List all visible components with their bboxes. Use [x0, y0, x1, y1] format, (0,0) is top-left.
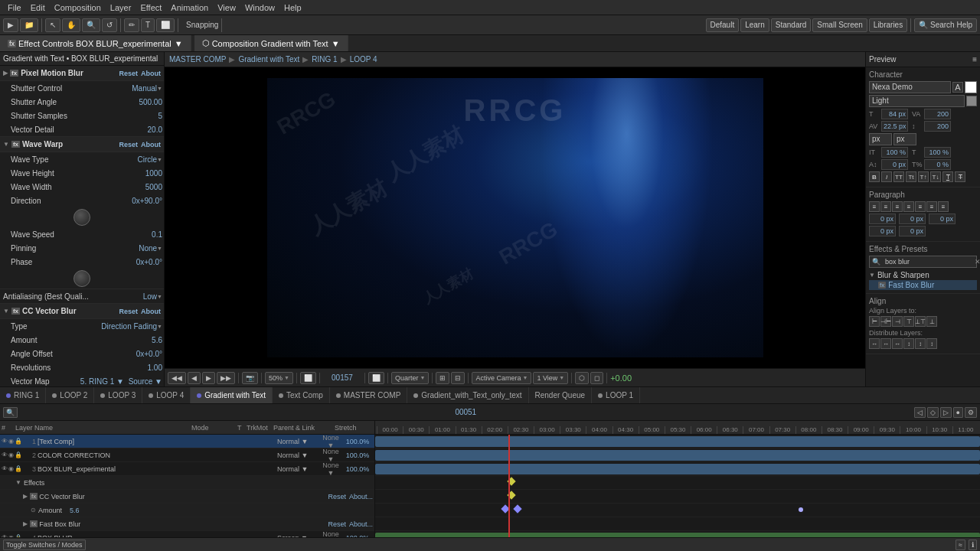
ccvb-amount-value[interactable]: 5.6	[124, 336, 162, 344]
ww-about[interactable]: About	[141, 141, 161, 148]
align-right-btn[interactable]: ≡	[892, 201, 903, 212]
tl-btn-marks2[interactable]: ▷	[940, 407, 952, 418]
menu-layer[interactable]: Layer	[106, 0, 136, 15]
tab-composition[interactable]: ⬡ Composition Gradient with Text ▼	[194, 35, 348, 51]
tl-tab-render-queue[interactable]: Render Queue	[529, 387, 593, 403]
search-help[interactable]: 🔍 Search Help	[914, 18, 977, 32]
workspace-default[interactable]: Default	[706, 18, 740, 32]
toolbar-text[interactable]: T	[141, 18, 155, 32]
layer-2-lock[interactable]: 🔒	[15, 452, 22, 458]
align-center-btn[interactable]: ≡	[880, 201, 891, 212]
align-justify-btn[interactable]: ≡	[903, 201, 914, 212]
dist-top[interactable]: ↕	[903, 338, 914, 349]
align-justify4-btn[interactable]: ≡	[938, 201, 949, 212]
super-btn[interactable]: T↑	[918, 171, 929, 182]
tl-tab-loop2[interactable]: LOOP 2	[46, 387, 94, 403]
layer-2-solo[interactable]: ◉	[8, 452, 14, 458]
baseline-input[interactable]	[881, 159, 908, 170]
effects-search-input[interactable]	[883, 258, 973, 266]
workspace-standard[interactable]: Standard	[771, 18, 812, 32]
ccvb-tl-about[interactable]: About...	[349, 493, 373, 500]
tl-tab-mastercomp[interactable]: MASTER COMP	[330, 387, 407, 403]
align-left-btn[interactable]: ≡	[869, 201, 880, 212]
tracking-input[interactable]	[881, 121, 908, 132]
ww-direction-dial[interactable]	[74, 209, 90, 226]
layer-3-name[interactable]: BOX BLUR_experimental	[38, 465, 277, 473]
tl-tab-loop3[interactable]: LOOP 3	[94, 387, 142, 403]
workspace-libraries[interactable]: Libraries	[869, 18, 907, 32]
italic-btn[interactable]: I	[881, 171, 892, 182]
align-bottom-edge[interactable]: ⊥	[926, 316, 937, 327]
vc-safe-zones[interactable]: ⊟	[451, 372, 465, 384]
layer-3-mode[interactable]: Normal ▼	[277, 465, 319, 473]
ccvb-reset[interactable]: Reset	[119, 308, 138, 315]
menu-help[interactable]: Help	[279, 0, 306, 15]
toolbar-shape[interactable]: ⬜	[156, 18, 175, 32]
tl-btn-solo[interactable]: ●	[953, 407, 963, 418]
stroke-color-swatch[interactable]	[966, 96, 977, 106]
tab-effect-controls[interactable]: fx Effect Controls BOX BLUR_experimental…	[0, 35, 191, 51]
toggle-switches-modes-btn[interactable]: Toggle Switches / Modes	[3, 540, 86, 550]
align-left-edge[interactable]: ⊢	[869, 316, 880, 327]
tl-tab-textcomp[interactable]: Text Comp	[273, 387, 330, 403]
dist-bottom[interactable]: ↕	[926, 338, 937, 349]
toolbar-rotate[interactable]: ↺	[102, 18, 117, 32]
amount-tl-value[interactable]: 5.6	[70, 507, 80, 514]
tl-tab-gradient[interactable]: Gradient with Text	[191, 387, 273, 403]
vc-fast-preview[interactable]: ⬡	[575, 372, 589, 384]
status-graph-editor[interactable]: ≈	[956, 540, 965, 550]
under-btn[interactable]: T̲	[942, 171, 953, 182]
pmb-sa-value[interactable]: 500.00	[124, 98, 162, 106]
tsuki-input[interactable]	[924, 159, 951, 170]
fbb-tl-reset[interactable]: Reset	[328, 520, 346, 528]
workspace-learn[interactable]: Learn	[740, 18, 769, 32]
pmb-about[interactable]: About	[141, 70, 161, 77]
sub-btn[interactable]: T↓	[930, 171, 941, 182]
ccvb-tl-name[interactable]: CC Vector Blur	[39, 493, 85, 500]
ccvb-about[interactable]: About	[141, 308, 161, 315]
toolbar-arrow[interactable]: ↖	[45, 18, 60, 32]
font-style-icon[interactable]: A	[952, 82, 963, 93]
toolbar-pen[interactable]: ✏	[124, 18, 139, 32]
effects-search[interactable]: 🔍 ✕	[869, 256, 977, 268]
pmb-vd-value[interactable]: 20.0	[124, 126, 162, 134]
scale-h-input[interactable]	[881, 147, 908, 158]
breadcrumb-ring1[interactable]: RING 1	[312, 55, 337, 64]
align-justify2-btn[interactable]: ≡	[915, 201, 926, 212]
layer-2-parent[interactable]: None ▼	[319, 448, 342, 463]
bold-btn[interactable]: B	[869, 171, 880, 182]
fbb-tl-name[interactable]: Fast Box Blur	[39, 520, 80, 528]
pmb-ss-value[interactable]: 5	[124, 112, 162, 120]
layer-4-parent[interactable]: None ▼	[319, 530, 342, 538]
status-info[interactable]: ℹ	[969, 540, 977, 550]
para-space-after-input[interactable]	[899, 226, 926, 236]
panel-collapse-btn[interactable]: ≡	[972, 55, 977, 64]
layer-2-mode[interactable]: Normal ▼	[277, 452, 319, 459]
viewport[interactable]: RRCG 人人素材 人人素材 RRCG 人人素材 RRCG	[165, 67, 865, 368]
vc-fit[interactable]: ⬜	[300, 372, 316, 384]
vc-grid[interactable]: ⊞	[436, 372, 449, 384]
layer-3-eye[interactable]: 👁	[2, 465, 8, 472]
ccvb-tl-triangle[interactable]: ▶	[23, 493, 28, 500]
layer-2-eye[interactable]: 👁	[2, 452, 8, 458]
tl-tab-loop4[interactable]: LOOP 4	[142, 387, 191, 403]
vc-snapshot[interactable]: 📷	[242, 372, 258, 384]
toolbar-open[interactable]: 📁	[20, 18, 38, 32]
dist-center-v[interactable]: ↕	[915, 338, 926, 349]
align-right-edge[interactable]: ⊣	[892, 316, 903, 327]
ccvb-type-value[interactable]: Direction Fading	[101, 322, 157, 331]
strike-btn[interactable]: T̶	[955, 171, 965, 182]
tl-btn-keyframe[interactable]: ◇	[927, 407, 939, 418]
menu-animation[interactable]: Animation	[166, 0, 213, 15]
blur-sharpen-group[interactable]: ▼ Blur & Sharpen	[869, 270, 977, 280]
toolbar-zoom-tool[interactable]: 🔍	[82, 18, 100, 32]
ww-reset[interactable]: Reset	[119, 141, 138, 148]
ww-phase-dial[interactable]	[74, 270, 90, 287]
ww-ww-value[interactable]: 5000	[124, 183, 162, 191]
ccvb-vm-source[interactable]: Source ▼	[124, 377, 162, 386]
menu-file[interactable]: File	[3, 0, 26, 15]
tl-tab-gradient-only-text[interactable]: Gradient_with_Text_only_text	[407, 387, 528, 403]
effect-header-ccvb[interactable]: ▼ fx CC Vector Blur Reset About	[0, 304, 164, 319]
pmb-reset[interactable]: Reset	[119, 70, 138, 77]
weight-dropdown[interactable]: Light	[869, 95, 965, 107]
